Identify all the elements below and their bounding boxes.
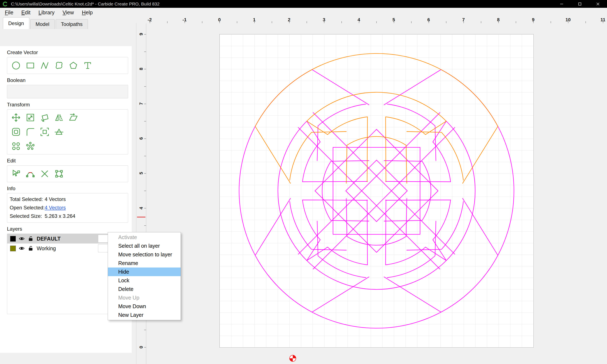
sidebar-tabs: DesignModelToolpaths xyxy=(0,17,132,29)
context-item-activate: Activate xyxy=(108,233,181,242)
rotate-icon[interactable] xyxy=(40,113,50,123)
section-label: Layers xyxy=(7,226,132,232)
drawing-area[interactable] xyxy=(219,34,534,348)
section-label: Info xyxy=(7,186,132,192)
linear-array-icon[interactable] xyxy=(11,141,21,151)
node-edit-icon[interactable] xyxy=(11,169,21,179)
canvas-region: -2-101234567891011 9876543210 xyxy=(132,17,607,364)
polygon-tool-icon[interactable] xyxy=(68,60,79,71)
layer-name: DEFAULT xyxy=(37,236,95,242)
menu-view[interactable]: View xyxy=(59,8,78,17)
context-item-select-all-on-layer[interactable]: Select all on layer xyxy=(108,242,181,250)
join-vectors-icon[interactable] xyxy=(54,169,64,179)
ruler-number: 4 xyxy=(137,203,146,213)
ruler-number: 2 xyxy=(288,17,290,23)
ruler-number: 8 xyxy=(497,17,500,23)
ruler-number: -2 xyxy=(147,17,152,23)
celtic-knot-vectors[interactable] xyxy=(220,34,533,347)
info-value: 5.263 x 3.264 xyxy=(45,212,75,220)
canvas-viewport[interactable] xyxy=(146,23,607,364)
shape-tool-icon[interactable] xyxy=(54,60,64,71)
info-label: Open Selected: xyxy=(10,204,45,212)
circular-array-icon[interactable] xyxy=(25,141,35,151)
section-create-vector: Create Vector xyxy=(0,50,132,74)
ruler-number: 3 xyxy=(323,17,325,23)
layer-color-swatch[interactable] xyxy=(10,246,16,251)
layer-lock-icon[interactable] xyxy=(28,245,34,251)
ruler-number: 4 xyxy=(358,17,360,23)
info-row: Total Selected:4 Vectors xyxy=(7,195,128,204)
menu-bar: FileEditLibraryViewHelp xyxy=(0,8,607,17)
tab-design[interactable]: Design xyxy=(3,17,29,29)
knot-vectors-magenta xyxy=(239,69,514,328)
open-vectors-link[interactable]: 4 Vectors xyxy=(45,204,66,212)
context-item-rename[interactable]: Rename xyxy=(108,259,181,268)
section-label: Edit xyxy=(7,158,132,164)
menu-library[interactable]: Library xyxy=(34,8,58,17)
curve-edit-icon[interactable] xyxy=(25,169,35,179)
section-boolean: Boolean xyxy=(0,77,132,98)
mirror-icon[interactable] xyxy=(54,113,64,123)
ruler-number: 9 xyxy=(532,17,534,23)
layer-lock-icon[interactable] xyxy=(28,235,34,242)
layer-name: Working xyxy=(37,245,95,251)
context-item-lock[interactable]: Lock xyxy=(108,276,181,285)
knot-vectors-selected-orange xyxy=(255,53,498,183)
ruler-number: 0 xyxy=(137,342,146,352)
layer-color-swatch[interactable] xyxy=(10,236,16,242)
section-label: Boolean xyxy=(7,77,132,83)
move-icon[interactable] xyxy=(11,113,21,123)
offset-icon[interactable] xyxy=(11,127,21,137)
circle-tool-icon[interactable] xyxy=(11,60,21,71)
app-window: C:\Users\willa\Downloads\Celtic Knot.c2d… xyxy=(0,0,607,364)
ruler-number: 11 xyxy=(600,17,605,23)
boolean-tools-box xyxy=(7,85,128,98)
curve-tool-icon[interactable] xyxy=(40,60,50,71)
section-label: Transform xyxy=(7,102,132,108)
section-info: Info Total Selected:4 VectorsOpen Select… xyxy=(0,186,132,223)
title-bar[interactable]: C:\Users\willa\Downloads\Celtic Knot.c2d… xyxy=(0,0,607,8)
skew-icon[interactable] xyxy=(68,113,79,123)
section-label: Create Vector xyxy=(7,50,132,55)
ruler-horizontal: -2-101234567891011 xyxy=(146,17,607,23)
ruler-number: -1 xyxy=(183,17,187,23)
scale-icon[interactable] xyxy=(25,113,35,123)
ruler-number: 9 xyxy=(137,29,146,39)
minimize-button[interactable] xyxy=(553,0,571,8)
fillet-icon[interactable] xyxy=(25,127,35,137)
ruler-cursor-indicator xyxy=(137,217,145,217)
text-tool-icon[interactable] xyxy=(83,60,93,71)
context-item-move-down[interactable]: Move Down xyxy=(108,302,181,311)
context-item-move-up: Move Up xyxy=(108,293,181,302)
close-button[interactable] xyxy=(589,0,607,8)
context-item-delete[interactable]: Delete xyxy=(108,285,181,293)
context-item-new-layer[interactable]: New Layer xyxy=(108,311,181,319)
ruler-number: 6 xyxy=(137,133,146,143)
context-item-hide[interactable]: Hide xyxy=(108,268,181,276)
center-icon[interactable] xyxy=(40,127,50,137)
menu-help[interactable]: Help xyxy=(78,8,97,17)
info-label: Selected Size: xyxy=(10,212,45,220)
info-row: Open Selected:4 Vectors xyxy=(7,204,128,212)
window-title: C:\Users\willa\Downloads\Celtic Knot.c2d… xyxy=(11,1,159,7)
app-logo-icon xyxy=(2,1,8,7)
layer-context-menu: ActivateSelect all on layerMove selectio… xyxy=(108,232,181,320)
ruler-number: 0 xyxy=(218,17,221,23)
layer-visibility-eye-icon[interactable] xyxy=(19,235,25,242)
maximize-button[interactable] xyxy=(571,0,589,8)
tab-toolpaths[interactable]: Toolpaths xyxy=(56,19,88,29)
ruler-number: 7 xyxy=(137,99,146,108)
menu-edit[interactable]: Edit xyxy=(17,8,34,17)
ruler-number: 5 xyxy=(393,17,395,23)
section-transform: Transform xyxy=(0,102,132,154)
trim-icon[interactable] xyxy=(54,127,64,137)
context-item-move-selection-to-layer[interactable]: Move selection to layer xyxy=(108,250,181,259)
trim-vectors-icon[interactable] xyxy=(40,169,50,179)
tab-model[interactable]: Model xyxy=(30,19,54,29)
ruler-number: 5 xyxy=(137,168,146,178)
window-controls xyxy=(553,0,607,8)
menu-file[interactable]: File xyxy=(1,8,17,17)
rectangle-tool-icon[interactable] xyxy=(25,60,35,71)
layer-visibility-eye-icon[interactable] xyxy=(19,245,25,251)
ruler-number: 7 xyxy=(462,17,465,23)
